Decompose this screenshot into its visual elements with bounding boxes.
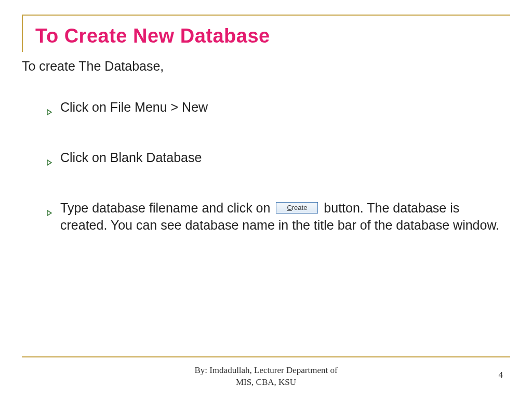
- bullet-item-1: Click on File Menu > New: [47, 99, 510, 120]
- chevron-right-icon: [47, 153, 60, 170]
- bullet-3-before: Type database filename and click on: [60, 201, 274, 215]
- top-border-line: [22, 15, 510, 16]
- create-button-rest: reate: [292, 204, 308, 211]
- intro-text: To create The Database,: [22, 59, 510, 74]
- slide-title: To Create New Database: [22, 15, 510, 47]
- slide-container: To Create New Database To create The Dat…: [0, 0, 532, 399]
- footer-credit: By: Imdadullah, Lecturer Department of M…: [0, 365, 532, 389]
- create-button-accelerator: C: [287, 204, 291, 211]
- left-accent-line: [22, 15, 23, 52]
- chevron-right-icon: [47, 203, 60, 221]
- bullet-text-3: Type database filename and click on Crea…: [60, 200, 510, 235]
- page-number: 4: [499, 370, 503, 380]
- bullet-list: Click on File Menu > New Click on Blank …: [22, 99, 510, 234]
- bullet-text-2: Click on Blank Database: [60, 149, 510, 167]
- bullet-item-2: Click on Blank Database: [47, 149, 510, 170]
- bullet-text-1: Click on File Menu > New: [60, 99, 510, 116]
- create-button[interactable]: Create: [276, 202, 318, 214]
- footer-line-1: By: Imdadullah, Lecturer Department of: [0, 365, 532, 377]
- bottom-border-line: [22, 356, 510, 357]
- footer-line-2: MIS, CBA, KSU: [0, 377, 532, 389]
- chevron-right-icon: [47, 102, 60, 120]
- bullet-item-3: Type database filename and click on Crea…: [47, 200, 510, 235]
